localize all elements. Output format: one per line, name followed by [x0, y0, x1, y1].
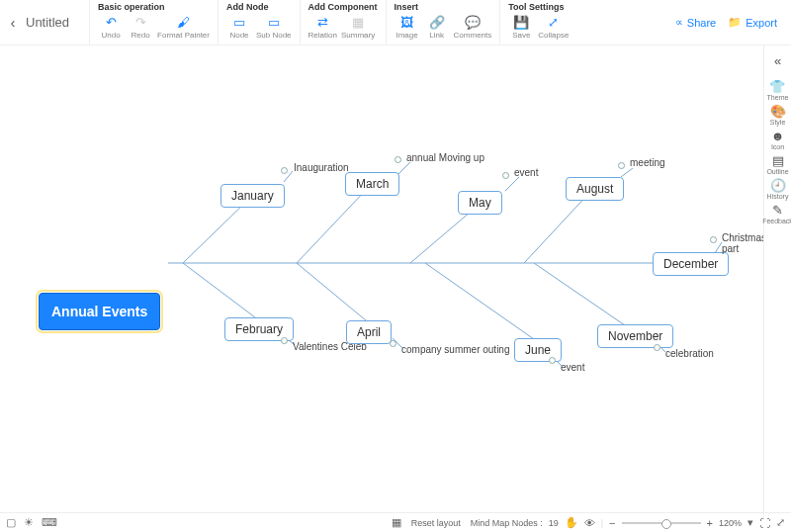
hand-tool-icon[interactable]: ✋: [565, 516, 578, 529]
zoom-in-button[interactable]: +: [707, 517, 713, 529]
eye-icon[interactable]: 👁: [584, 517, 595, 529]
collapse-button[interactable]: ⤢Collapse: [538, 14, 569, 41]
svg-line-10: [398, 162, 410, 174]
subnode-button[interactable]: ▭Sub Node: [256, 14, 292, 41]
sidebar-history[interactable]: 🕘History: [767, 178, 789, 200]
share-button[interactable]: ∝Share: [675, 16, 716, 29]
leaf-december[interactable]: Christmas part: [722, 232, 763, 254]
sidebar-icon[interactable]: ☻Icon: [771, 129, 785, 150]
group-add-node: Add Node ▭Node ▭Sub Node: [218, 0, 300, 44]
leaf-dot[interactable]: [710, 236, 717, 243]
node-november[interactable]: November: [597, 324, 673, 348]
fullscreen-icon[interactable]: ⤢: [776, 516, 785, 529]
relation-icon: ⇄: [314, 14, 330, 30]
format-painter-button[interactable]: 🖌Format Painter: [157, 14, 210, 41]
svg-line-2: [297, 188, 368, 263]
status-bar: ▢ ☀ ⌨ ▦ Reset layout Mind Map Nodes : 19…: [0, 512, 791, 532]
sun-icon[interactable]: ☀: [24, 516, 34, 529]
leaf-dot[interactable]: [549, 357, 556, 364]
group-label: Insert: [395, 2, 492, 12]
svg-line-7: [425, 263, 534, 339]
icon-icon: ☻: [771, 129, 785, 143]
fit-icon[interactable]: ⛶: [759, 517, 770, 529]
node-button[interactable]: ▭Node: [226, 14, 252, 41]
leaf-dot[interactable]: [390, 340, 396, 347]
leaf-dot[interactable]: [281, 167, 288, 174]
leaf-may[interactable]: event: [514, 167, 538, 178]
leaf-june[interactable]: event: [561, 362, 584, 373]
svg-line-1: [183, 199, 249, 263]
divider: |: [601, 518, 603, 528]
leaf-march[interactable]: annual Moving up: [406, 152, 484, 163]
sidebar-outline[interactable]: ▤Outline: [766, 153, 788, 175]
top-toolbar: ‹ Untitled Basic operation ↶Undo ↷Redo 🖌…: [0, 0, 791, 45]
outline-icon: ▤: [772, 153, 784, 168]
group-basic-operation: Basic operation ↶Undo ↷Redo 🖌Format Pain…: [89, 0, 218, 44]
svg-line-4: [524, 192, 590, 263]
group-label: Tool Settings: [508, 2, 569, 12]
comments-button[interactable]: 💬Comments: [454, 14, 492, 41]
share-export: ∝Share 📁Export: [675, 16, 791, 29]
format-painter-icon: 🖌: [176, 14, 192, 30]
summary-button[interactable]: ▦Summary: [341, 14, 375, 41]
undo-icon: ↶: [103, 14, 119, 30]
nodes-count: 19: [549, 518, 559, 528]
reset-layout-button[interactable]: Reset layout: [407, 518, 465, 528]
link-button[interactable]: 🔗Link: [424, 14, 450, 41]
group-tool-settings: Tool Settings 💾Save ⤢Collapse: [499, 0, 576, 44]
subnode-icon: ▭: [266, 14, 282, 30]
leaf-dot[interactable]: [502, 172, 509, 179]
zoom-slider[interactable]: [622, 522, 701, 524]
group-label: Basic operation: [98, 2, 210, 12]
node-may[interactable]: May: [458, 191, 502, 215]
node-april[interactable]: April: [346, 320, 392, 344]
root-node[interactable]: Annual Events: [39, 293, 160, 330]
group-add-component: Add Component ⇄Relation ▦Summary: [300, 0, 386, 44]
leaf-dot[interactable]: [395, 156, 401, 163]
sidebar-style[interactable]: 🎨Style: [770, 104, 786, 126]
group-label: Add Component: [308, 2, 378, 12]
image-icon: 🖼: [399, 14, 415, 30]
leaf-dot[interactable]: [654, 344, 660, 351]
leaf-january[interactable]: Inauguration: [294, 162, 349, 173]
zoom-out-button[interactable]: −: [609, 517, 615, 529]
save-button[interactable]: 💾Save: [508, 14, 534, 41]
svg-line-5: [183, 263, 255, 317]
redo-button[interactable]: ↷Redo: [128, 14, 153, 41]
image-button[interactable]: 🖼Image: [395, 14, 420, 41]
feedback-icon: ✎: [772, 203, 783, 218]
history-icon: 🕘: [770, 178, 786, 193]
document-title[interactable]: Untitled: [26, 15, 89, 30]
relation-button[interactable]: ⇄Relation: [308, 14, 337, 41]
node-december[interactable]: December: [653, 252, 729, 276]
sidebar-collapse-button[interactable]: «: [774, 53, 781, 68]
node-august[interactable]: August: [566, 177, 624, 201]
sidebar-feedback[interactable]: ✎Feedback: [762, 203, 791, 224]
redo-icon: ↷: [132, 14, 148, 30]
export-button[interactable]: 📁Export: [728, 16, 777, 29]
leaf-august[interactable]: meeting: [630, 157, 665, 168]
group-insert: Insert 🖼Image 🔗Link 💬Comments: [386, 0, 500, 44]
leaf-april[interactable]: company summer outing: [401, 344, 510, 355]
mindmap-canvas[interactable]: Annual Events January Inauguration March…: [0, 45, 763, 512]
save-icon: 💾: [513, 14, 529, 30]
share-icon: ∝: [675, 16, 683, 29]
dropdown-icon[interactable]: ▾: [747, 516, 753, 529]
back-button[interactable]: ‹: [0, 14, 26, 31]
chevron-left-icon: ‹: [11, 14, 16, 31]
collapse-icon: ⤢: [546, 14, 562, 30]
leaf-dot[interactable]: [618, 162, 625, 169]
summary-icon: ▦: [350, 14, 366, 30]
node-january[interactable]: January: [220, 184, 285, 208]
undo-button[interactable]: ↶Undo: [98, 14, 124, 41]
sidebar-theme[interactable]: 👕Theme: [767, 79, 789, 101]
leaf-november[interactable]: celebration: [665, 348, 714, 359]
svg-line-6: [297, 263, 366, 320]
layout-icon[interactable]: ▦: [392, 516, 401, 529]
svg-line-11: [505, 177, 519, 191]
node-march[interactable]: March: [345, 172, 399, 196]
export-icon: 📁: [728, 16, 742, 29]
leaf-dot[interactable]: [281, 337, 288, 344]
map-icon[interactable]: ▢: [6, 516, 16, 529]
keyboard-icon[interactable]: ⌨: [42, 516, 57, 529]
